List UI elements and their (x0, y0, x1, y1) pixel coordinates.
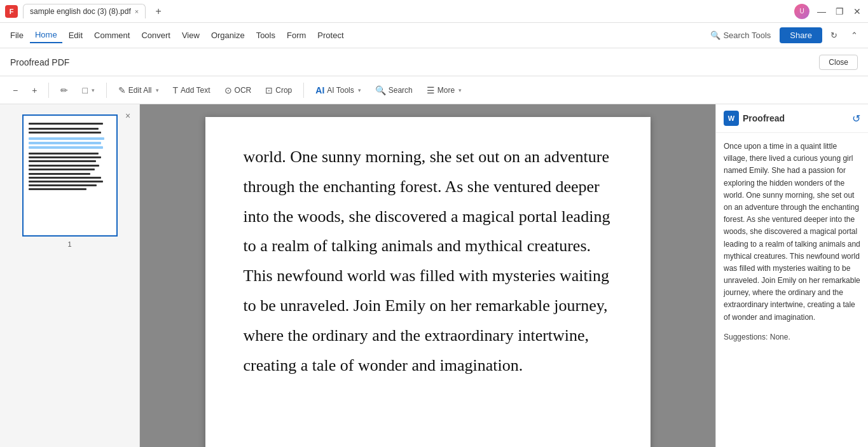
more-label: More (437, 86, 455, 95)
add-text-icon: T (173, 85, 179, 95)
menu-convert[interactable]: Convert (136, 28, 176, 43)
proofread-side-panel: W Proofread ↺ Once upon a time in a quai… (715, 104, 868, 447)
thumb-line-4 (29, 153, 99, 155)
more-icon: ☰ (427, 85, 435, 95)
add-text-label: Add Text (181, 86, 210, 95)
search-label: Search (389, 86, 413, 95)
menu-file[interactable]: File (5, 28, 29, 43)
proofread-refresh-icon[interactable]: ↺ (852, 113, 860, 125)
close-window-button[interactable]: ✕ (851, 6, 863, 17)
separator-1 (48, 83, 49, 98)
proofread-panel-icon-group: W Proofread (724, 111, 785, 126)
thumbnail-image (26, 118, 114, 233)
zoom-in-icon: + (32, 85, 37, 95)
ocr-label: OCR (235, 86, 252, 95)
close-proofread-button[interactable]: Close (819, 55, 858, 70)
thumb-line-13 (29, 188, 86, 190)
pdf-viewer[interactable]: world. One sunny morning, she set out on… (140, 104, 715, 447)
proofread-header: Proofread PDF Close (0, 48, 868, 76)
thumb-highlight-1 (29, 137, 105, 140)
edit-all-button[interactable]: ✎ Edit All (113, 83, 164, 98)
separator-2 (106, 83, 107, 98)
search-icon: 🔍 (375, 85, 386, 95)
proofread-icon: W (724, 111, 739, 126)
more-button[interactable]: ☰ More (422, 83, 467, 98)
crop-button[interactable]: ⊡ Crop (260, 83, 297, 98)
tab-title: sample english doc (3) (8).pdf (30, 7, 131, 16)
menu-bar: File Home Edit Comment Convert View Orga… (0, 23, 868, 48)
panel-close-icon[interactable]: × (121, 109, 134, 122)
zoom-in-button[interactable]: + (27, 83, 42, 98)
highlight-button[interactable]: ✏ (55, 83, 73, 98)
thumb-line-5 (29, 156, 101, 158)
menu-comment[interactable]: Comment (89, 28, 135, 43)
menu-group: File Home Edit Comment Convert View Orga… (5, 27, 349, 43)
page-number: 1 (67, 240, 71, 248)
search-tools-button[interactable]: 🔍 Search Tools (704, 28, 777, 43)
restore-button[interactable]: ❐ (834, 6, 845, 17)
app-icon: F (5, 5, 18, 18)
pdf-text-content: world. One sunny morning, she set out on… (244, 142, 612, 380)
thumb-highlight-2 (29, 142, 101, 144)
separator-3 (303, 83, 304, 98)
thumb-line-11 (29, 181, 103, 182)
thumb-line-12 (29, 184, 97, 186)
zoom-out-button[interactable]: − (8, 83, 23, 98)
tab-close-icon[interactable]: × (135, 8, 139, 15)
menu-edit[interactable]: Edit (64, 28, 88, 43)
menu-home[interactable]: Home (30, 27, 62, 43)
proofread-suggestions: Suggestions: None. (724, 331, 860, 343)
sync-button[interactable]: ↻ (825, 27, 843, 45)
user-avatar[interactable]: U (794, 4, 809, 19)
thumb-line-2 (29, 128, 99, 130)
ai-tools-button[interactable]: AI AI Tools (310, 83, 366, 98)
zoom-out-icon: − (13, 85, 18, 95)
thumbnail-panel: × (0, 104, 140, 447)
menu-form[interactable]: Form (282, 28, 311, 43)
edit-all-icon: ✎ (118, 85, 126, 95)
active-tab[interactable]: sample english doc (3) (8).pdf × (23, 4, 146, 18)
expand-button[interactable]: ⌃ (845, 27, 863, 45)
highlight-icon: ✏ (60, 85, 68, 95)
search-tools-icon: 🔍 (710, 31, 720, 40)
search-button[interactable]: 🔍 Search (370, 83, 418, 98)
toolbar: − + ✏ □ ✎ Edit All T Add Text ⊙ OCR ⊡ Cr… (0, 76, 868, 104)
thumb-line-6 (29, 160, 97, 162)
page-thumbnail[interactable] (22, 114, 118, 237)
proofread-panel-title: Proofread (743, 113, 785, 123)
crop-icon: ⊡ (265, 85, 273, 95)
thumbnail-lines (26, 118, 114, 195)
proofread-panel-header: W Proofread ↺ (716, 104, 868, 133)
title-bar-left: F sample english doc (3) (8).pdf × + (5, 4, 166, 19)
main-content: × (0, 104, 868, 447)
ai-tools-label: AI Tools (327, 86, 354, 95)
share-button[interactable]: Share (780, 27, 822, 43)
title-bar-right: U — ❐ ✕ (794, 4, 863, 19)
select-icon: □ (82, 85, 87, 95)
ocr-icon: ⊙ (224, 85, 232, 95)
pdf-page: world. One sunny morning, she set out on… (205, 117, 651, 447)
menu-organize[interactable]: Organize (206, 28, 250, 43)
proofread-header-title: Proofread PDF (10, 57, 69, 67)
edit-all-label: Edit All (128, 86, 152, 95)
minimize-button[interactable]: — (816, 6, 827, 17)
title-bar: F sample english doc (3) (8).pdf × + U —… (0, 0, 868, 23)
menu-tools[interactable]: Tools (251, 28, 280, 43)
ocr-button[interactable]: ⊙ OCR (219, 83, 257, 98)
thumb-line-7 (29, 165, 100, 167)
proofread-text: Once upon a time in a quaint little vill… (724, 142, 860, 322)
search-tools-label: Search Tools (723, 31, 771, 40)
add-text-button[interactable]: T Add Text (168, 83, 216, 98)
thumb-line-1 (29, 123, 103, 125)
thumb-line-9 (29, 173, 91, 175)
menu-protect[interactable]: Protect (312, 28, 348, 43)
thumb-highlight-3 (29, 146, 103, 149)
thumb-line-10 (29, 177, 101, 179)
ai-tools-icon: AI (315, 85, 324, 95)
new-tab-button[interactable]: + (151, 4, 166, 19)
menu-view[interactable]: View (177, 28, 205, 43)
thumb-line-3 (29, 132, 101, 134)
select-button[interactable]: □ (77, 83, 99, 98)
crop-label: Crop (275, 86, 292, 95)
proofread-content-area: Once upon a time in a quaint little vill… (716, 133, 868, 447)
